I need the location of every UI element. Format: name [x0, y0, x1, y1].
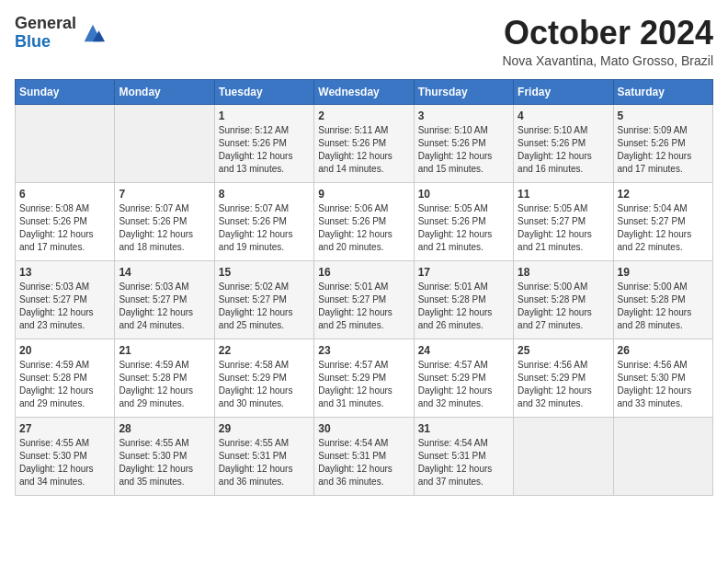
sunrise-label: Sunrise: 5:12 AM: [219, 125, 289, 135]
daylight-label: Daylight: 12 hours and 21 minutes.: [518, 229, 592, 252]
daylight-label: Daylight: 12 hours and 29 minutes.: [19, 385, 94, 408]
sunrise-label: Sunrise: 5:00 AM: [618, 282, 688, 292]
logo-text: General Blue: [15, 15, 76, 52]
day-number: 21: [119, 344, 210, 357]
sunrise-label: Sunrise: 5:03 AM: [119, 282, 188, 292]
cell-content: Sunrise: 5:11 AM Sunset: 5:26 PM Dayligh…: [318, 124, 409, 176]
daylight-label: Daylight: 12 hours and 33 minutes.: [618, 385, 692, 408]
day-number: 18: [518, 266, 609, 279]
title-block: October 2024 Nova Xavantina, Mato Grosso…: [502, 15, 713, 68]
sunrise-label: Sunrise: 4:59 AM: [19, 360, 89, 370]
sunset-label: Sunset: 5:26 PM: [219, 138, 287, 148]
daylight-label: Daylight: 12 hours and 32 minutes.: [518, 385, 592, 408]
day-number: 24: [418, 344, 509, 357]
calendar-cell: [514, 417, 613, 495]
cell-content: Sunrise: 4:55 AM Sunset: 5:30 PM Dayligh…: [19, 437, 110, 488]
sunrise-label: Sunrise: 5:03 AM: [19, 282, 89, 292]
sunrise-label: Sunrise: 5:07 AM: [119, 203, 188, 213]
cell-content: Sunrise: 4:59 AM Sunset: 5:28 PM Dayligh…: [119, 359, 210, 410]
sunset-label: Sunset: 5:31 PM: [219, 451, 287, 461]
cell-content: Sunrise: 5:01 AM Sunset: 5:28 PM Dayligh…: [418, 281, 509, 332]
day-number: 26: [618, 344, 709, 357]
cell-content: Sunrise: 4:58 AM Sunset: 5:29 PM Dayligh…: [219, 359, 310, 410]
day-number: 4: [518, 109, 609, 122]
sunset-label: Sunset: 5:26 PM: [318, 138, 386, 148]
day-number: 13: [19, 266, 110, 279]
logo-icon: [80, 20, 106, 46]
sunrise-label: Sunrise: 4:57 AM: [418, 360, 488, 370]
cell-content: Sunrise: 5:00 AM Sunset: 5:28 PM Dayligh…: [618, 281, 709, 332]
day-number: 27: [19, 422, 110, 435]
month-title: October 2024: [502, 15, 713, 52]
cell-content: Sunrise: 5:08 AM Sunset: 5:26 PM Dayligh…: [19, 202, 110, 254]
calendar-cell: 31 Sunrise: 4:54 AM Sunset: 5:31 PM Dayl…: [414, 417, 513, 495]
calendar-body: 1 Sunrise: 5:12 AM Sunset: 5:26 PM Dayli…: [16, 104, 713, 495]
calendar-cell: 7 Sunrise: 5:07 AM Sunset: 5:26 PM Dayli…: [115, 182, 214, 260]
daylight-label: Daylight: 12 hours and 30 minutes.: [219, 385, 293, 408]
daylight-label: Daylight: 12 hours and 32 minutes.: [418, 385, 493, 408]
sunrise-label: Sunrise: 4:55 AM: [119, 438, 188, 448]
daylight-label: Daylight: 12 hours and 17 minutes.: [19, 229, 94, 252]
sunrise-label: Sunrise: 4:57 AM: [318, 360, 388, 370]
weekday-tuesday: Tuesday: [214, 79, 313, 104]
calendar-cell: 26 Sunrise: 4:56 AM Sunset: 5:30 PM Dayl…: [613, 339, 712, 417]
day-number: 25: [518, 344, 609, 357]
sunrise-label: Sunrise: 5:07 AM: [219, 203, 289, 213]
calendar-cell: 23 Sunrise: 4:57 AM Sunset: 5:29 PM Dayl…: [314, 339, 414, 417]
cell-content: Sunrise: 5:03 AM Sunset: 5:27 PM Dayligh…: [19, 281, 110, 332]
sunrise-label: Sunrise: 4:55 AM: [19, 438, 89, 448]
sunset-label: Sunset: 5:29 PM: [219, 373, 287, 383]
sunset-label: Sunset: 5:29 PM: [518, 373, 586, 383]
calendar-cell: 3 Sunrise: 5:10 AM Sunset: 5:26 PM Dayli…: [414, 104, 513, 182]
sunrise-label: Sunrise: 5:05 AM: [518, 203, 587, 213]
logo: General Blue: [15, 15, 106, 52]
cell-content: Sunrise: 4:55 AM Sunset: 5:31 PM Dayligh…: [219, 437, 310, 488]
sunrise-label: Sunrise: 5:06 AM: [318, 203, 388, 213]
calendar-cell: 19 Sunrise: 5:00 AM Sunset: 5:28 PM Dayl…: [613, 260, 712, 339]
sunset-label: Sunset: 5:27 PM: [618, 216, 686, 226]
day-number: 10: [418, 188, 509, 201]
cell-content: Sunrise: 5:00 AM Sunset: 5:28 PM Dayligh…: [518, 281, 609, 332]
daylight-label: Daylight: 12 hours and 37 minutes.: [418, 464, 493, 487]
cell-content: Sunrise: 4:54 AM Sunset: 5:31 PM Dayligh…: [318, 437, 409, 488]
day-number: 23: [318, 344, 409, 357]
calendar-cell: [613, 417, 712, 495]
day-number: 28: [119, 422, 210, 435]
daylight-label: Daylight: 12 hours and 31 minutes.: [318, 385, 392, 408]
sunset-label: Sunset: 5:26 PM: [418, 216, 486, 226]
calendar-cell: 8 Sunrise: 5:07 AM Sunset: 5:26 PM Dayli…: [214, 182, 313, 260]
sunset-label: Sunset: 5:30 PM: [119, 451, 187, 461]
sunrise-label: Sunrise: 5:10 AM: [418, 125, 488, 135]
daylight-label: Daylight: 12 hours and 17 minutes.: [618, 151, 692, 174]
sunset-label: Sunset: 5:27 PM: [518, 216, 586, 226]
calendar-cell: 6 Sunrise: 5:08 AM Sunset: 5:26 PM Dayli…: [16, 182, 115, 260]
daylight-label: Daylight: 12 hours and 34 minutes.: [19, 464, 94, 487]
daylight-label: Daylight: 12 hours and 29 minutes.: [119, 385, 193, 408]
day-number: 5: [618, 109, 709, 122]
sunset-label: Sunset: 5:26 PM: [618, 138, 686, 148]
sunset-label: Sunset: 5:29 PM: [318, 373, 386, 383]
sunrise-label: Sunrise: 4:54 AM: [418, 438, 488, 448]
cell-content: Sunrise: 5:10 AM Sunset: 5:26 PM Dayligh…: [518, 124, 609, 176]
weekday-sunday: Sunday: [16, 79, 115, 104]
location: Nova Xavantina, Mato Grosso, Brazil: [502, 53, 713, 68]
cell-content: Sunrise: 5:10 AM Sunset: 5:26 PM Dayligh…: [418, 124, 509, 176]
sunrise-label: Sunrise: 4:56 AM: [618, 360, 688, 370]
calendar-cell: 30 Sunrise: 4:54 AM Sunset: 5:31 PM Dayl…: [314, 417, 414, 495]
calendar-cell: 18 Sunrise: 5:00 AM Sunset: 5:28 PM Dayl…: [514, 260, 613, 339]
sunset-label: Sunset: 5:28 PM: [618, 294, 686, 304]
day-number: 16: [318, 266, 409, 279]
sunset-label: Sunset: 5:30 PM: [618, 373, 686, 383]
calendar-cell: [115, 104, 214, 182]
day-number: 22: [219, 344, 310, 357]
sunset-label: Sunset: 5:28 PM: [19, 373, 87, 383]
day-number: 19: [618, 266, 709, 279]
cell-content: Sunrise: 5:03 AM Sunset: 5:27 PM Dayligh…: [119, 281, 210, 332]
day-number: 7: [119, 188, 210, 201]
sunrise-label: Sunrise: 5:04 AM: [618, 203, 688, 213]
cell-content: Sunrise: 4:57 AM Sunset: 5:29 PM Dayligh…: [418, 359, 509, 410]
daylight-label: Daylight: 12 hours and 26 minutes.: [418, 307, 493, 330]
cell-content: Sunrise: 5:12 AM Sunset: 5:26 PM Dayligh…: [219, 124, 310, 176]
daylight-label: Daylight: 12 hours and 24 minutes.: [119, 307, 193, 330]
day-number: 30: [318, 422, 409, 435]
